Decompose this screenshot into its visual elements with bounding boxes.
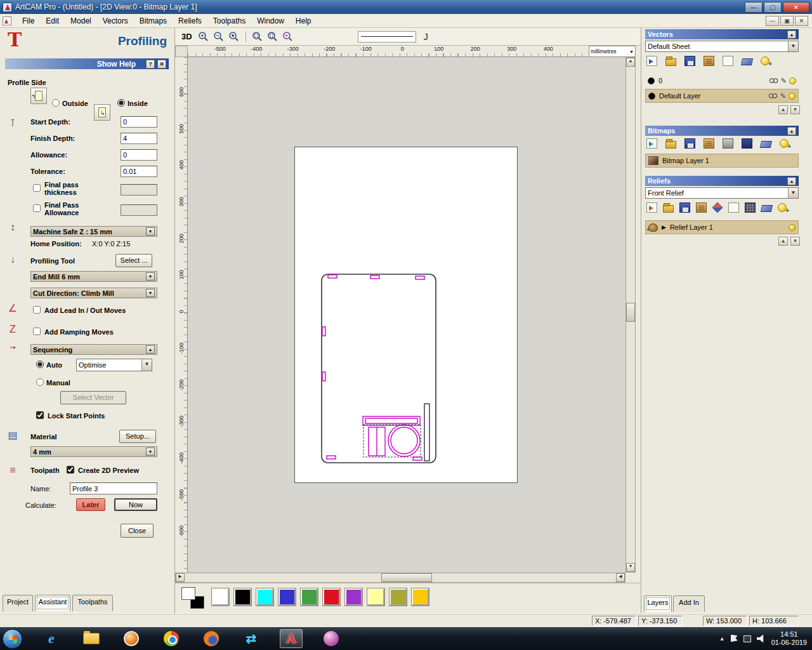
reliefs-toolbar-icon[interactable] — [696, 202, 707, 213]
stroke-width-selector[interactable] — [358, 31, 416, 43]
color-swatch[interactable] — [234, 588, 251, 606]
cut-direction-bar[interactable]: Cut Direction: Climb Mill ▼ — [30, 288, 157, 298]
toolpath-name-input[interactable] — [70, 482, 157, 494]
profile-inside-icon[interactable]: ↳ — [94, 104, 110, 121]
final-pass-thickness-checkbox[interactable] — [33, 184, 41, 192]
start-button[interactable] — [3, 629, 22, 649]
expand-arrow-icon[interactable]: ▶ — [662, 224, 666, 230]
sequencing-bar[interactable]: Sequencing ▲ — [30, 344, 157, 355]
relief-layer-row[interactable]: ▶ Relief Layer 1 — [645, 220, 799, 234]
mdi-close-button[interactable]: ✕ — [795, 16, 808, 26]
zoom-page-icon[interactable] — [266, 30, 279, 43]
taskbar-chrome-icon[interactable] — [160, 629, 183, 648]
color-swatch[interactable] — [345, 588, 362, 606]
menu-item[interactable]: Toolpaths — [207, 15, 251, 27]
calculate-later-button[interactable]: Later — [76, 498, 105, 511]
layer-visibility-icon[interactable] — [789, 93, 796, 100]
reliefs-toolbar-icon[interactable] — [745, 202, 756, 213]
relief-selector-dropdown[interactable]: Front Relief ▼ — [645, 187, 799, 199]
minimize-button[interactable]: — — [745, 2, 763, 13]
taskbar-sync-icon[interactable]: ⇄ — [240, 629, 263, 648]
menu-item[interactable]: Bitmaps — [134, 15, 173, 27]
tab-toolpaths[interactable]: Toolpaths — [72, 595, 113, 611]
zoom-out-icon[interactable] — [213, 30, 225, 43]
show-help-link[interactable]: Show Help — [97, 60, 136, 69]
bitmaps-toolbar-icon[interactable] — [760, 141, 772, 148]
bitmaps-header[interactable]: Bitmaps ▲ — [645, 126, 799, 136]
edit-layer-icon[interactable]: ✎ — [780, 92, 786, 100]
taskbar-firefox-icon[interactable] — [200, 629, 223, 648]
taskbar-media-player-icon[interactable] — [120, 629, 143, 648]
scroll-right-icon[interactable]: ◀ — [616, 573, 625, 582]
bitmaps-collapse-icon[interactable]: ▲ — [787, 127, 796, 135]
material-bar[interactable]: 4 mm ▼ — [30, 446, 157, 457]
menu-item[interactable]: File — [16, 15, 40, 27]
material-setup-button[interactable]: Setup... — [119, 430, 156, 443]
auto-radio[interactable] — [36, 361, 44, 368]
reliefs-toolbar-icon[interactable] — [679, 202, 690, 213]
add-lead-checkbox[interactable] — [33, 306, 41, 314]
manual-radio[interactable] — [36, 378, 44, 386]
reliefs-toolbar-icon[interactable] — [778, 203, 787, 212]
close-assistant-button[interactable]: Close — [121, 524, 154, 538]
bitmaps-toolbar-icon[interactable] — [665, 141, 676, 149]
calculate-now-button[interactable]: Now — [114, 498, 157, 511]
vectors-toolbar-icon[interactable] — [741, 58, 753, 65]
vectors-toolbar-icon[interactable] — [723, 56, 733, 66]
lock-start-points-checkbox[interactable] — [36, 411, 44, 419]
reliefs-toolbar-icon[interactable] — [646, 202, 657, 213]
machine-safe-z-bar[interactable]: Machine Safe Z : 15 mm ▼ — [30, 226, 157, 237]
bitmaps-toolbar-icon[interactable] — [780, 139, 789, 148]
color-swatch[interactable] — [412, 588, 429, 606]
vectors-toolbar-icon[interactable] — [704, 56, 714, 66]
menu-item[interactable]: Vectors — [97, 15, 134, 27]
taskbar-paint-icon[interactable] — [320, 629, 343, 648]
add-ramping-checkbox[interactable] — [33, 328, 41, 335]
layer-visibility-icon[interactable] — [789, 77, 796, 84]
move-layer-down-icon[interactable]: ▼ — [790, 237, 800, 246]
bitmaps-toolbar-icon[interactable] — [684, 138, 695, 149]
scroll-down-icon[interactable]: ▼ — [626, 563, 635, 572]
reliefs-toolbar-icon[interactable] — [728, 202, 739, 213]
cutout-shapes[interactable] — [363, 416, 420, 456]
scroll-left-icon[interactable]: ▶ — [176, 573, 185, 582]
start-depth-input[interactable] — [121, 116, 157, 128]
sequencing-collapse-icon[interactable]: ▲ — [146, 345, 155, 354]
maximize-button[interactable]: ▢ — [764, 2, 782, 13]
sheet-selector-arrow-icon[interactable]: ▼ — [788, 41, 798, 51]
menu-item[interactable]: Model — [65, 15, 97, 27]
tray-expand-icon[interactable]: ▲ — [719, 635, 725, 642]
vector-layer-row[interactable]: Default Layer ✎ — [645, 89, 799, 103]
drawing-canvas[interactable] — [188, 57, 625, 573]
zoom-window-icon[interactable] — [251, 30, 264, 43]
profile-outside-icon[interactable]: ↰ — [30, 88, 47, 104]
select-tool-button[interactable]: Select ... — [115, 254, 152, 267]
vectors-toolbar-icon[interactable] — [761, 56, 769, 65]
reliefs-toolbar-icon[interactable] — [712, 202, 723, 213]
auto-mode-arrow-icon[interactable]: ▼ — [141, 359, 152, 371]
bitmaps-toolbar-icon[interactable] — [704, 138, 714, 149]
move-layer-up-icon[interactable]: ▲ — [778, 237, 788, 246]
vectors-toolbar-icon[interactable] — [646, 56, 657, 66]
finish-depth-input[interactable] — [121, 133, 157, 144]
link-icon[interactable] — [768, 93, 778, 99]
menu-item[interactable]: Window — [251, 15, 290, 27]
bitmaps-toolbar-icon[interactable] — [723, 138, 733, 149]
vectors-toolbar-icon[interactable] — [665, 58, 676, 66]
mdi-restore-button[interactable]: ▣ — [780, 16, 794, 26]
reliefs-toolbar-icon[interactable] — [761, 205, 773, 212]
move-layer-up-icon[interactable]: ▲ — [778, 105, 788, 114]
zoom-fit-icon[interactable] — [228, 30, 240, 43]
tool-bar[interactable]: End Mill 6 mm ▼ — [30, 271, 157, 282]
color-swatch[interactable] — [256, 588, 273, 606]
clock[interactable]: 14:51 01-06-2019 — [771, 630, 807, 647]
inside-radio[interactable] — [117, 99, 125, 107]
color-swatch[interactable] — [301, 588, 318, 606]
color-swatch[interactable] — [367, 588, 384, 606]
tab-addin[interactable]: Add In — [673, 595, 705, 612]
final-pass-allowance-checkbox[interactable] — [33, 204, 41, 212]
reliefs-header[interactable]: Reliefs ▲ — [645, 176, 799, 186]
vectors-header[interactable]: Vectors ▲ — [645, 29, 799, 39]
model-sheet[interactable] — [294, 147, 518, 483]
reliefs-toolbar-icon[interactable] — [663, 205, 674, 213]
